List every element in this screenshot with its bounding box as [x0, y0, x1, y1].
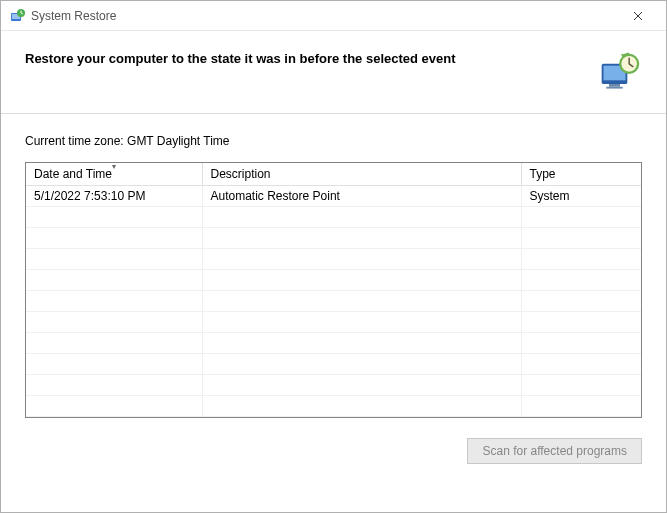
footer-buttons: Scan for affected programs: [25, 418, 642, 464]
table-row-empty: [26, 396, 641, 417]
table-cell-empty: [26, 207, 202, 228]
table-cell-empty: [521, 249, 641, 270]
table-row-empty: [26, 228, 641, 249]
table-cell-empty: [202, 291, 521, 312]
table-cell-empty: [521, 312, 641, 333]
scan-affected-programs-button[interactable]: Scan for affected programs: [467, 438, 642, 464]
column-header-description-label: Description: [211, 167, 271, 181]
table-cell-empty: [202, 333, 521, 354]
svg-rect-5: [609, 84, 620, 87]
table-cell-empty: [521, 354, 641, 375]
sort-descending-icon: ▾: [112, 162, 116, 171]
table-cell-empty: [202, 375, 521, 396]
table-row-empty: [26, 312, 641, 333]
restore-monitor-icon: [598, 51, 642, 95]
table-row-empty: [26, 333, 641, 354]
table-cell: 5/1/2022 7:53:10 PM: [26, 186, 202, 207]
table-cell-empty: [521, 333, 641, 354]
table-cell-empty: [202, 312, 521, 333]
table-cell-empty: [521, 228, 641, 249]
table-cell-empty: [521, 207, 641, 228]
table-cell-empty: [202, 207, 521, 228]
table-cell-empty: [521, 270, 641, 291]
table-cell-empty: [26, 396, 202, 417]
table-row[interactable]: 5/1/2022 7:53:10 PMAutomatic Restore Poi…: [26, 186, 641, 207]
titlebar: System Restore: [1, 1, 666, 31]
table-row-empty: [26, 270, 641, 291]
system-restore-window: System Restore Restore your computer to …: [0, 0, 667, 513]
table-cell-empty: [202, 270, 521, 291]
table-row-empty: [26, 207, 641, 228]
table-row-empty: [26, 291, 641, 312]
column-header-date[interactable]: Date and Time ▾: [26, 163, 202, 186]
table-row-empty: [26, 354, 641, 375]
table-row-empty: [26, 375, 641, 396]
table-cell-empty: [26, 312, 202, 333]
table-cell-empty: [202, 249, 521, 270]
column-header-description[interactable]: Description: [202, 163, 521, 186]
table-cell-empty: [26, 333, 202, 354]
column-header-type-label: Type: [530, 167, 556, 181]
restore-points-table-wrapper: Date and Time ▾ Description Type 5/1/202…: [25, 162, 642, 418]
table-cell-empty: [202, 396, 521, 417]
system-restore-app-icon: [9, 8, 25, 24]
table-row-empty: [26, 249, 641, 270]
body-area: Current time zone: GMT Daylight Time Dat…: [1, 114, 666, 512]
table-cell-empty: [26, 228, 202, 249]
table-cell: System: [521, 186, 641, 207]
table-cell-empty: [26, 270, 202, 291]
close-button[interactable]: [618, 2, 658, 30]
timezone-label: Current time zone: GMT Daylight Time: [25, 134, 642, 148]
table-cell-empty: [521, 396, 641, 417]
column-header-type[interactable]: Type: [521, 163, 641, 186]
table-cell-empty: [521, 375, 641, 396]
restore-points-table[interactable]: Date and Time ▾ Description Type 5/1/202…: [26, 163, 641, 417]
svg-rect-6: [606, 87, 623, 89]
table-cell-empty: [26, 249, 202, 270]
table-cell-empty: [202, 228, 521, 249]
table-cell-empty: [202, 354, 521, 375]
table-cell-empty: [521, 291, 641, 312]
column-header-date-label: Date and Time: [34, 167, 112, 181]
page-heading: Restore your computer to the state it wa…: [25, 51, 588, 66]
table-cell: Automatic Restore Point: [202, 186, 521, 207]
table-cell-empty: [26, 375, 202, 396]
window-title: System Restore: [31, 9, 618, 23]
table-cell-empty: [26, 354, 202, 375]
table-cell-empty: [26, 291, 202, 312]
header-area: Restore your computer to the state it wa…: [1, 31, 666, 114]
